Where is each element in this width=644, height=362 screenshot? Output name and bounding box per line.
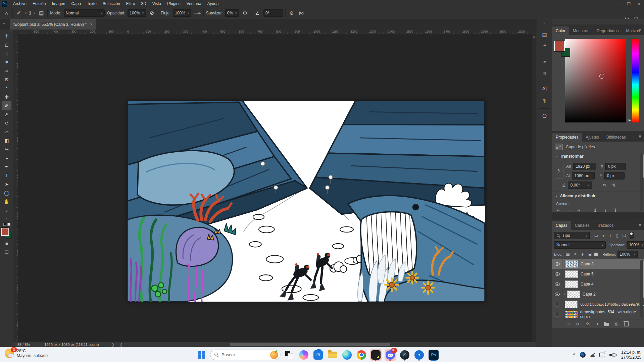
layer-row[interactable]: Capa 5 [552, 269, 644, 279]
status-arrow-icon[interactable]: ❮ [117, 343, 125, 347]
airbrush-icon[interactable]: ⟿ [194, 10, 201, 16]
rotate-input[interactable]: 0.00°∨ [568, 182, 592, 189]
chevron-down-icon[interactable]: ∨ [33, 12, 35, 15]
filter-adjustment-layers-icon[interactable]: ◑ [600, 233, 606, 238]
file-explorer-icon[interactable] [327, 349, 338, 361]
close-button[interactable]: ✕ [634, 2, 644, 6]
brush-angle-input[interactable]: 0° [263, 9, 283, 17]
network-icon[interactable] [599, 353, 605, 357]
lock-all-icon[interactable] [594, 253, 598, 256]
color-cursor[interactable] [599, 74, 604, 79]
panel-scrollbar[interactable] [640, 153, 643, 211]
onedrive-icon[interactable]: ☁ [590, 352, 595, 358]
layer-thumbnail[interactable] [565, 280, 578, 288]
layer-thumbnail[interactable] [567, 291, 580, 298]
saturation-brightness-field[interactable] [565, 39, 626, 122]
history-brush-tool[interactable]: ↺ [2, 119, 11, 127]
width-input[interactable]: 1920 px [573, 163, 596, 170]
type-tool[interactable]: T [2, 171, 11, 180]
collapse-panels-icon[interactable]: « [537, 21, 552, 25]
scroll-up-icon[interactable]: ∧ [532, 35, 536, 38]
layers-scrollbar[interactable] [640, 260, 643, 318]
align-bottom-icon[interactable]: ↧ [612, 208, 619, 213]
layer-opacity-input[interactable]: 100%∨ [627, 241, 644, 249]
layer-filter-select[interactable]: Tipo∨ [554, 232, 590, 239]
default-colors-icon[interactable] [3, 223, 10, 226]
layer-row[interactable]: 0bddf1fcd0a5c184b0bccf8afce9a797... [552, 299, 644, 309]
history-panel-icon[interactable]: ▤ [537, 32, 552, 38]
foreground-color-swatch[interactable] [554, 41, 565, 51]
lock-paint-icon[interactable]: ✐ [572, 252, 578, 257]
layer-row[interactable]: Capa 3 [552, 259, 644, 269]
brush-settings-panel-icon[interactable]: ✑ [537, 59, 552, 65]
link-dimensions-icon[interactable]: ∞ [555, 163, 563, 179]
fill-input[interactable]: 100%∨ [617, 251, 638, 258]
collapse-toolbar-icon[interactable]: » [3, 21, 5, 25]
foreground-color-swatch[interactable] [1, 228, 9, 236]
shape-tool[interactable]: ◯ [2, 189, 11, 197]
quick-mask-icon[interactable]: ◙ [2, 239, 11, 248]
menu-capa[interactable]: Capa [68, 1, 84, 6]
chevron-down-icon[interactable]: ∨ [25, 12, 27, 15]
adjustment-layer-button[interactable]: ◑ [596, 321, 598, 326]
panel-menu-icon[interactable]: ≡ [639, 28, 641, 33]
pressure-opacity-icon[interactable]: ⊘ [148, 10, 156, 16]
status-arrow-icon[interactable]: ❯ [109, 343, 117, 347]
layer-thumbnail[interactable] [565, 270, 578, 278]
horizontal-scrollbar[interactable] [230, 343, 390, 346]
gear-icon[interactable]: ⚙ [241, 10, 249, 16]
menu-vista[interactable]: Vista [149, 1, 164, 6]
add-mask-button[interactable] [585, 322, 590, 326]
align-left-icon[interactable]: ⇤ [555, 208, 562, 213]
flip-horizontal-icon[interactable]: ⇆ [603, 183, 606, 188]
search-box[interactable]: Buscar [210, 350, 281, 360]
photoshop-icon[interactable]: Ps [428, 349, 439, 361]
menu-ventana[interactable]: Ventana [184, 1, 204, 6]
menu-plugins[interactable]: Plugins [164, 1, 183, 6]
paragraph-panel-icon[interactable]: ¶ [537, 98, 552, 103]
flip-vertical-icon[interactable]: ⇅ [612, 183, 615, 188]
filter-type-layers-icon[interactable]: T [607, 233, 613, 238]
object-selection-tool[interactable]: ✶ [2, 58, 11, 66]
path-select-tool[interactable]: ➤ [2, 180, 11, 189]
menu-edici-n[interactable]: Edición [30, 1, 49, 6]
smudge-tool[interactable]: ❧ [2, 145, 11, 154]
layer-visibility-toggle[interactable] [552, 279, 562, 289]
layer-visibility-toggle[interactable] [552, 299, 562, 309]
lock-move-icon[interactable]: ✛ [580, 252, 586, 257]
canvas-viewport[interactable] [18, 34, 536, 342]
clock[interactable]: 12:14 p. m. 27/05/2025 [621, 350, 641, 360]
transform-section-header[interactable]: ∨ Transformar [552, 154, 644, 159]
home-icon[interactable]: ⌂ [3, 10, 10, 16]
opacity-input[interactable]: 100%∨ [128, 9, 146, 17]
vertical-ruler[interactable]: 200020040060080010001200 [13, 34, 18, 342]
delete-layer-button[interactable] [624, 322, 629, 326]
brushes-panel-icon[interactable]: ≋ [537, 70, 552, 76]
blue-app-icon[interactable]: ✦ [413, 349, 425, 361]
document-canvas[interactable] [127, 101, 485, 302]
discord-icon[interactable]: 9+ [385, 349, 396, 361]
pressure-size-icon[interactable]: ⊘ [288, 10, 295, 16]
y-input[interactable]: 0 px [604, 172, 625, 179]
hue-slider-arrow-icon[interactable]: ▶ [629, 118, 631, 122]
align-middle-icon[interactable]: ↕ [602, 208, 609, 213]
filter-shape-layers-icon[interactable]: ▯ [614, 233, 621, 238]
gradient-tool[interactable]: ◧ [2, 136, 11, 145]
zoom-level[interactable]: 55.48% [13, 343, 34, 347]
crop-tool[interactable]: ⌗ [2, 66, 11, 75]
layer-visibility-toggle[interactable] [552, 309, 562, 319]
vertical-scrollbar[interactable]: ∧ [532, 34, 536, 342]
move-tool[interactable]: ✛ [2, 32, 11, 40]
hue-slider[interactable] [632, 39, 639, 122]
tab-capas[interactable]: Capas [552, 221, 571, 230]
menu-archivo[interactable]: Archivo [10, 1, 30, 6]
blend-mode-select[interactable]: Normal∨ [64, 9, 105, 17]
menu-filtro[interactable]: Filtro [123, 1, 138, 6]
tab-ajustes[interactable]: Ajustes [582, 133, 602, 142]
close-tab-icon[interactable]: × [90, 22, 92, 27]
weather-widget[interactable]: 3 28°C Mayorm. soleado [5, 349, 48, 358]
height-input[interactable]: 1080 px [572, 172, 595, 179]
brush-tool-icon[interactable]: ✐ [15, 10, 22, 16]
symmetry-icon[interactable]: ⋈ [298, 10, 305, 16]
x-input[interactable]: 0 px [605, 163, 626, 170]
